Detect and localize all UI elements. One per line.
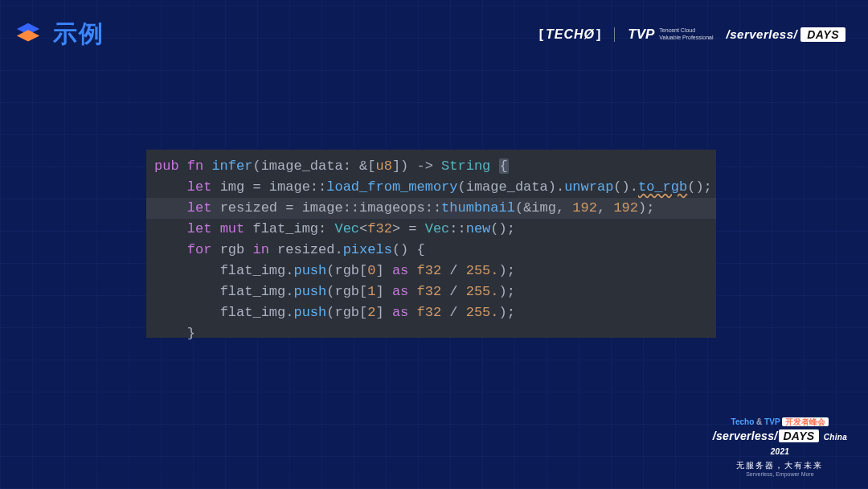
fb-tvp: TVP bbox=[764, 417, 780, 426]
fb-year: 2021 bbox=[771, 447, 789, 456]
brand-tvp-sub-1: Tencent Cloud bbox=[659, 27, 695, 33]
brand-tvp: TVP Tencent Cloud Valuable Professional bbox=[628, 27, 713, 43]
fb-pill: DAYS bbox=[779, 429, 818, 442]
title-group: 示例 bbox=[14, 18, 104, 51]
fb-devconf: 开发者峰会 bbox=[782, 417, 829, 426]
footer-line-1: Techo & TVP 开发者峰会 bbox=[713, 417, 847, 427]
brand-tvp-sub-2: Valuable Professional bbox=[659, 35, 713, 40]
code-line: flat_img.push(rgb[0] as f32 / 255.); bbox=[146, 261, 716, 281]
code-block: pub fn infer(image_data: &[u8]) -> Strin… bbox=[146, 150, 716, 338]
fb-techo: Techo bbox=[731, 417, 755, 426]
footer-line-3: 无服务器，大有未来 bbox=[713, 460, 847, 471]
code-line: let mut flat_img: Vec<f32> = Vec::new(); bbox=[146, 219, 716, 240]
brand-techo: TECHØ bbox=[539, 27, 602, 42]
svg-marker-1 bbox=[17, 30, 39, 41]
stack-icon bbox=[14, 21, 42, 48]
footer-badge: Techo & TVP 开发者峰会 /serverless/DAYS China… bbox=[713, 417, 847, 478]
footer-line-2: /serverless/DAYS China 2021 bbox=[713, 429, 847, 458]
code-line: for rgb in resized.pixels() { bbox=[146, 240, 716, 261]
slide-header: 示例 TECHØ TVP Tencent Cloud Valuable Prof… bbox=[0, 0, 868, 51]
brand-tvp-sub: Tencent Cloud Valuable Professional bbox=[659, 27, 713, 41]
brand-separator bbox=[614, 27, 615, 42]
brand-serverless-prefix: /serverless/ bbox=[727, 27, 798, 41]
brand-serverless-pill: DAYS bbox=[800, 27, 845, 42]
fb-china-text: China bbox=[824, 433, 847, 442]
brand-serverless: /serverless/ DAYS bbox=[727, 27, 845, 42]
footer-line-4: Serverless, Empower More bbox=[713, 471, 847, 478]
fb-prefix: /serverless/ bbox=[713, 429, 778, 442]
code-line: let resized = image::imageops::thumbnail… bbox=[146, 198, 716, 219]
code-line: pub fn infer(image_data: &[u8]) -> Strin… bbox=[146, 156, 716, 177]
code-line: flat_img.push(rgb[1] as f32 / 255.); bbox=[146, 281, 716, 302]
code-line: } bbox=[146, 323, 716, 344]
slide-title: 示例 bbox=[53, 18, 104, 51]
brand-row: TECHØ TVP Tencent Cloud Valuable Profess… bbox=[539, 27, 845, 43]
code-line: flat_img.push(rgb[2] as f32 / 255.); bbox=[146, 302, 716, 323]
brand-tvp-text: TVP bbox=[628, 27, 654, 43]
code-line: let img = image::load_from_memory(image_… bbox=[146, 177, 716, 198]
